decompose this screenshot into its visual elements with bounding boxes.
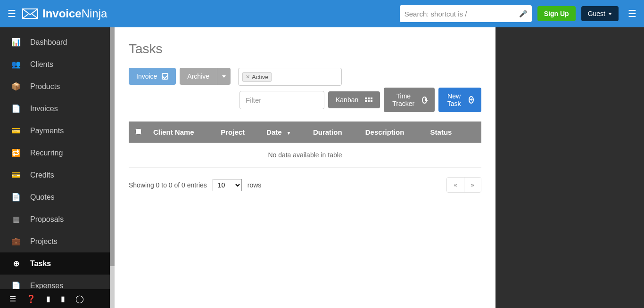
search-input[interactable] bbox=[405, 10, 519, 18]
col-project[interactable]: Project bbox=[215, 122, 261, 143]
archive-dropdown-button[interactable] bbox=[217, 68, 231, 85]
right-menu-icon[interactable]: ☰ bbox=[628, 8, 636, 19]
right-gutter bbox=[495, 27, 644, 308]
main-content: Tasks Invoice Archive ✕Active Kanban Tim… bbox=[115, 27, 495, 308]
pager-prev-button[interactable]: « bbox=[447, 178, 463, 192]
sidebar-item-label: Recurring bbox=[30, 149, 63, 157]
sidebar-item-label: Products bbox=[30, 82, 60, 91]
time-tracker-button[interactable]: Time Tracker bbox=[384, 88, 435, 112]
sidebar-footer: ☰ ❓ ▮ ▮ ◯ bbox=[0, 289, 110, 308]
signup-button[interactable]: Sign Up bbox=[537, 6, 576, 21]
page-title: Tasks bbox=[129, 41, 481, 57]
sidebar-item-dashboard[interactable]: 📊Dashboard bbox=[0, 31, 110, 53]
app-header: ☰ InvoiceNinja 🎤 Sign Up Guest ☰ bbox=[0, 0, 644, 27]
sidebar-item-expenses[interactable]: 📄Expenses bbox=[0, 275, 110, 289]
sidebar-item-label: Projects bbox=[30, 237, 58, 246]
sort-desc-icon: ▼ bbox=[287, 130, 291, 136]
caret-down-icon bbox=[222, 75, 226, 78]
sidebar-item-quotes[interactable]: 📄Quotes bbox=[0, 186, 110, 208]
col-date[interactable]: Date▼ bbox=[261, 122, 307, 143]
brand-text: InvoiceNinja bbox=[42, 7, 107, 20]
caret-down-icon bbox=[608, 13, 612, 15]
select-all-checkbox[interactable] bbox=[135, 129, 141, 135]
grid-icon bbox=[365, 97, 372, 102]
clock-icon bbox=[422, 97, 427, 104]
empty-state-row: No data available in table bbox=[129, 143, 481, 168]
col-description[interactable]: Description bbox=[360, 122, 425, 143]
projects-icon: 💼 bbox=[11, 237, 21, 246]
sidebar-item-label: Credits bbox=[30, 171, 54, 179]
check-icon bbox=[162, 73, 168, 80]
sidebar-item-label: Expenses bbox=[30, 282, 63, 290]
sidebar-scrollbar[interactable] bbox=[110, 27, 115, 308]
sidebar-item-payments[interactable]: 💳Payments bbox=[0, 120, 110, 142]
sidebar-item-proposals[interactable]: ▦Proposals bbox=[0, 208, 110, 230]
expenses-icon: 📄 bbox=[11, 281, 21, 289]
envelope-icon bbox=[22, 8, 39, 19]
filter-input[interactable] bbox=[239, 91, 324, 109]
showing-entries-text: Showing 0 to 0 of 0 entries bbox=[129, 181, 207, 189]
sidebar-item-label: Tasks bbox=[30, 259, 51, 268]
new-task-button[interactable]: New Task+ bbox=[438, 88, 481, 112]
proposals-icon: ▦ bbox=[11, 215, 21, 224]
status-filter[interactable]: ✕Active bbox=[238, 68, 342, 86]
facebook-icon[interactable]: ▮ bbox=[46, 294, 50, 303]
clients-icon: 👥 bbox=[11, 60, 21, 69]
rows-label: rows bbox=[248, 181, 262, 189]
col-client-name[interactable]: Client Name bbox=[148, 122, 215, 143]
invoices-icon: 📄 bbox=[11, 104, 21, 113]
rows-per-page-select[interactable]: 10 bbox=[213, 179, 242, 191]
empty-state-text: No data available in table bbox=[129, 143, 481, 168]
payments-icon: 💳 bbox=[11, 126, 21, 135]
help-icon[interactable]: ❓ bbox=[26, 294, 36, 303]
microphone-icon[interactable]: 🎤 bbox=[519, 10, 527, 17]
sidebar-item-label: Quotes bbox=[30, 193, 55, 202]
twitter-icon[interactable]: ▮ bbox=[61, 294, 65, 303]
col-actions bbox=[467, 122, 481, 143]
invoice-button[interactable]: Invoice bbox=[129, 68, 176, 85]
sidebar-item-tasks[interactable]: ⊕Tasks bbox=[0, 252, 110, 275]
sidebar: 📊Dashboard👥Clients📦Products📄Invoices💳Pay… bbox=[0, 27, 110, 308]
tasks-table: Client Name Project Date▼ Duration Descr… bbox=[129, 122, 481, 168]
pagination: « » bbox=[446, 177, 481, 193]
tasks-icon: ⊕ bbox=[11, 259, 21, 268]
recurring-icon: 🔁 bbox=[11, 148, 21, 157]
col-status[interactable]: Status bbox=[425, 122, 467, 143]
sidebar-item-clients[interactable]: 👥Clients bbox=[0, 53, 110, 75]
sidebar-item-label: Clients bbox=[30, 60, 53, 69]
remove-tag-icon[interactable]: ✕ bbox=[246, 74, 250, 80]
quotes-icon: 📄 bbox=[11, 193, 21, 202]
sidebar-item-label: Dashboard bbox=[30, 38, 67, 47]
plus-icon: + bbox=[469, 96, 474, 104]
col-duration[interactable]: Duration bbox=[307, 122, 360, 143]
search-box[interactable]: 🎤 bbox=[400, 5, 532, 22]
sidebar-item-invoices[interactable]: 📄Invoices bbox=[0, 97, 110, 120]
sidebar-item-label: Proposals bbox=[30, 215, 64, 224]
github-icon[interactable]: ◯ bbox=[75, 294, 84, 303]
sidebar-item-projects[interactable]: 💼Projects bbox=[0, 230, 110, 252]
brand-logo[interactable]: InvoiceNinja bbox=[22, 7, 107, 20]
sidebar-item-label: Invoices bbox=[30, 105, 58, 113]
guest-menu-button[interactable]: Guest bbox=[581, 6, 619, 21]
select-all-header[interactable] bbox=[129, 122, 148, 143]
sidebar-item-recurring[interactable]: 🔁Recurring bbox=[0, 142, 110, 164]
sidebar-item-credits[interactable]: 💳Credits bbox=[0, 164, 110, 186]
status-tag-active[interactable]: ✕Active bbox=[242, 72, 272, 82]
dashboard-icon: 📊 bbox=[11, 38, 21, 47]
kanban-button[interactable]: Kanban bbox=[328, 91, 380, 108]
sidebar-item-label: Payments bbox=[30, 127, 64, 135]
pager-next-button[interactable]: » bbox=[464, 178, 481, 192]
credits-icon: 💳 bbox=[11, 170, 21, 179]
products-icon: 📦 bbox=[11, 82, 21, 91]
list-icon[interactable]: ☰ bbox=[9, 294, 16, 303]
sidebar-item-products[interactable]: 📦Products bbox=[0, 75, 110, 97]
archive-button[interactable]: Archive bbox=[180, 68, 217, 85]
menu-toggle-icon[interactable]: ☰ bbox=[8, 8, 16, 19]
